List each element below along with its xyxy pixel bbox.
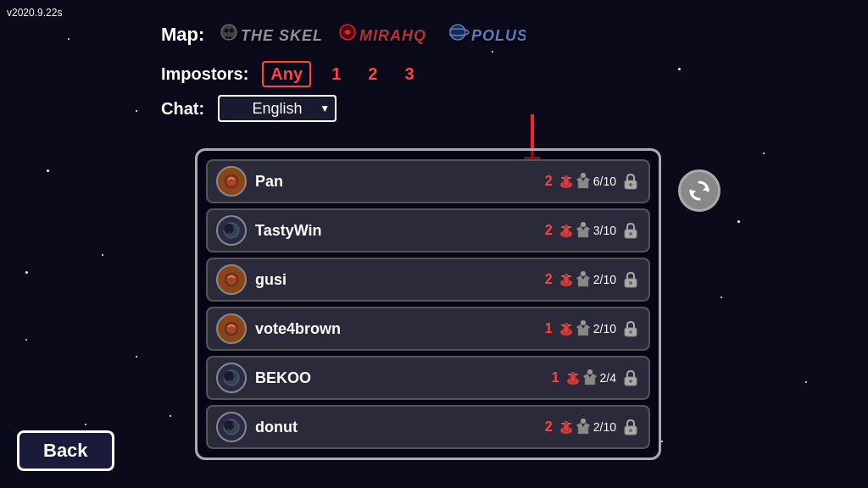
impostors-row: Impostors: Any 1 2 3 (161, 61, 421, 87)
svg-rect-3 (225, 36, 228, 39)
svg-rect-69 (565, 421, 568, 424)
svg-point-61 (629, 380, 632, 383)
svg-point-72 (629, 429, 632, 432)
refresh-button[interactable] (678, 169, 721, 212)
server-impostor-count: 1 (545, 321, 553, 336)
lock-icon (621, 172, 640, 191)
server-avatar (216, 264, 247, 295)
svg-point-2 (230, 29, 234, 33)
server-row[interactable]: TastyWin 2 3/10 (206, 208, 650, 252)
impostor-option-3[interactable]: 3 (398, 63, 420, 86)
server-row[interactable]: gusi 2 2/10 (206, 258, 650, 302)
server-name: donut (255, 419, 537, 436)
server-list: Pan 2 6/10 (195, 148, 661, 460)
svg-text:MIRAHQ: MIRAHQ (359, 27, 426, 44)
chat-row: Chat: English Other All (161, 95, 337, 122)
svg-point-32 (629, 232, 632, 236)
svg-rect-58 (571, 372, 575, 375)
server-name: Pan (255, 173, 537, 191)
svg-point-8 (450, 25, 465, 40)
svg-point-24 (232, 226, 236, 230)
person-icon (576, 173, 590, 190)
server-capacity: 3/10 (593, 224, 616, 237)
svg-point-50 (629, 330, 632, 334)
server-name: TastyWin (255, 222, 537, 240)
person-icon (576, 320, 590, 337)
svg-rect-16 (564, 178, 569, 186)
impostor-hat-icon (558, 173, 575, 190)
server-row[interactable]: donut 2 2/10 (206, 405, 650, 449)
svg-point-64 (232, 423, 236, 426)
svg-rect-27 (564, 227, 569, 235)
svg-point-54 (228, 380, 231, 382)
svg-rect-38 (565, 274, 568, 277)
server-avatar (216, 215, 247, 246)
server-capacity: 2/10 (593, 322, 616, 336)
map-option-mira[interactable]: MIRAHQ (339, 15, 432, 55)
svg-point-30 (581, 222, 586, 227)
server-stats: 2 3/10 (545, 221, 640, 240)
impostor-option-1[interactable]: 1 (325, 63, 348, 86)
impostor-hat-icon (558, 271, 575, 288)
svg-point-19 (581, 173, 586, 178)
map-option-skeld[interactable]: THE SKELD (220, 15, 322, 55)
server-capacity: 2/4 (600, 371, 616, 385)
lock-icon (621, 221, 640, 240)
svg-text:POLUS: POLUS (471, 27, 526, 44)
version-label: v2020.9.22s (7, 7, 62, 19)
impostor-hat-icon (558, 222, 575, 239)
impostor-hat-icon (565, 369, 581, 386)
svg-rect-36 (564, 276, 569, 284)
server-name: gusi (255, 271, 537, 289)
svg-rect-47 (565, 323, 568, 326)
chat-select-wrapper[interactable]: English Other All (218, 95, 337, 122)
server-impostor-count: 2 (545, 174, 553, 189)
svg-rect-4 (229, 36, 231, 39)
lock-icon (621, 319, 640, 338)
svg-point-21 (629, 183, 632, 186)
server-name: BEKOO (255, 369, 543, 387)
svg-point-70 (581, 419, 586, 424)
chat-language-select[interactable]: English Other All (218, 95, 337, 122)
svg-point-25 (228, 232, 231, 235)
svg-point-65 (228, 429, 231, 431)
svg-rect-29 (565, 225, 568, 228)
svg-rect-45 (564, 325, 569, 333)
server-row[interactable]: Pan 2 6/10 (206, 159, 650, 203)
impostor-hat-icon (558, 320, 575, 337)
chat-label: Chat: (161, 99, 204, 119)
person-icon (576, 419, 590, 435)
impostor-option-2[interactable]: 2 (361, 63, 384, 86)
map-options: THE SKELD MIRAHQ POLUS (220, 15, 526, 55)
svg-rect-18 (565, 175, 568, 179)
server-capacity: 6/10 (593, 175, 616, 188)
svg-point-53 (232, 374, 236, 377)
impostor-option-any[interactable]: Any (262, 61, 311, 87)
back-button[interactable]: Back (17, 430, 114, 471)
server-stats: 1 2/4 (552, 369, 640, 387)
server-stats: 2 2/10 (545, 270, 640, 289)
map-label: Map: (161, 24, 204, 46)
server-avatar (216, 412, 247, 442)
server-avatar (216, 363, 247, 393)
lock-icon (621, 270, 640, 289)
lock-icon (621, 418, 640, 436)
server-stats: 2 6/10 (545, 172, 640, 191)
server-impostor-count: 2 (545, 223, 553, 238)
person-icon (583, 369, 597, 386)
server-impostor-count: 2 (545, 419, 553, 435)
svg-rect-56 (570, 374, 576, 382)
server-capacity: 2/10 (593, 273, 616, 286)
svg-point-41 (629, 281, 632, 285)
svg-text:THE SKELD: THE SKELD (241, 27, 322, 44)
server-row[interactable]: vote4brown 1 2/10 (206, 307, 650, 351)
svg-point-59 (587, 369, 593, 374)
map-option-polus[interactable]: POLUS (449, 15, 526, 55)
server-impostor-count: 2 (545, 272, 553, 287)
server-avatar (216, 166, 247, 197)
server-row[interactable]: BEKOO 1 2/4 (206, 356, 650, 400)
impostor-hat-icon (558, 419, 575, 435)
person-icon (576, 222, 590, 239)
server-capacity: 2/10 (593, 420, 616, 434)
server-stats: 2 2/10 (545, 418, 640, 436)
